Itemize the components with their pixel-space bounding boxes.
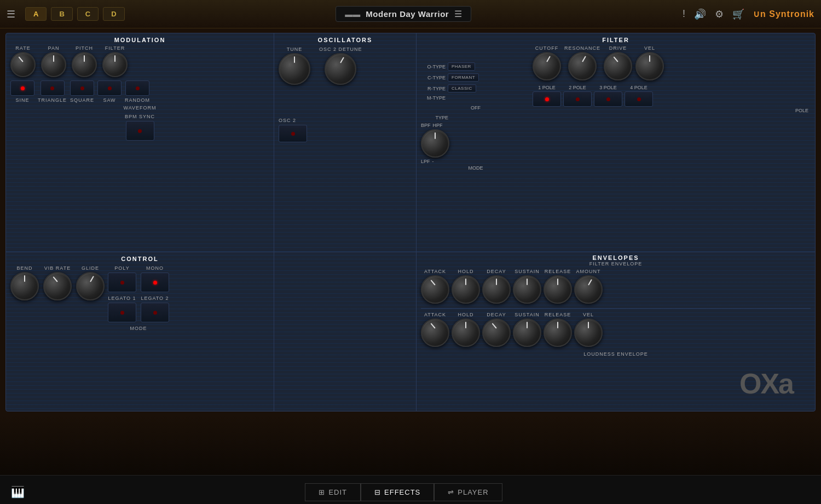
synth-panel: MODULATION RATE PAN bbox=[5, 33, 816, 412]
2pole-btn[interactable] bbox=[563, 91, 592, 107]
mod-filter-label: FILTER bbox=[105, 45, 125, 51]
1pole-led bbox=[545, 97, 549, 101]
lrel-label: RELEASE bbox=[545, 312, 571, 317]
classic-btn[interactable]: CLASSIC bbox=[448, 84, 476, 92]
4pole-led bbox=[637, 97, 641, 101]
3pole-btn[interactable] bbox=[594, 91, 622, 107]
mode-left-labels: BPF HPF LPF - bbox=[421, 123, 449, 164]
lsus-group: SUSTAIN bbox=[513, 312, 541, 347]
lvel-knob[interactable] bbox=[574, 318, 603, 347]
formant-btn[interactable]: FORMANT bbox=[448, 73, 479, 82]
saw-btn[interactable] bbox=[97, 80, 122, 96]
rtype-label: R-TYPE bbox=[421, 86, 446, 91]
alert-icon[interactable]: ! bbox=[683, 8, 685, 20]
preset-menu-icon[interactable]: ☰ bbox=[454, 9, 462, 19]
player-btn[interactable]: ⇌ PLAYER bbox=[434, 483, 502, 501]
control-title: CONTROL bbox=[10, 256, 269, 262]
osc2-detune-indicator bbox=[340, 57, 344, 63]
poly-btn[interactable] bbox=[108, 273, 136, 292]
frel-knob[interactable] bbox=[544, 275, 572, 304]
mod-filter-knob[interactable] bbox=[102, 52, 128, 77]
4pole-btn[interactable] bbox=[625, 91, 653, 107]
2pole-label: 2 POLE bbox=[563, 85, 592, 90]
osc2-detune-knob[interactable] bbox=[325, 53, 356, 85]
lrel-group: RELEASE bbox=[544, 312, 572, 347]
off-label: OFF bbox=[421, 105, 530, 111]
fhold-knob[interactable] bbox=[452, 275, 480, 304]
bend-knob-group: BEND bbox=[10, 265, 39, 331]
vibrate-label: VIB RATE bbox=[44, 265, 71, 271]
osc2-btn[interactable] bbox=[279, 125, 307, 142]
famt-knob[interactable] bbox=[574, 275, 603, 304]
legato1-btn[interactable] bbox=[108, 303, 136, 322]
glide-knob[interactable] bbox=[76, 272, 105, 300]
lrel-knob[interactable] bbox=[544, 318, 572, 347]
mode-knob[interactable] bbox=[421, 129, 449, 158]
edit-btn[interactable]: ⊞ EDIT bbox=[305, 483, 361, 501]
lsus-indicator bbox=[527, 322, 528, 328]
drive-knob[interactable] bbox=[604, 52, 632, 80]
control-knobs: BEND VIB RATE bbox=[10, 265, 105, 331]
rate-knob[interactable] bbox=[10, 52, 36, 77]
pitch-knob[interactable] bbox=[72, 52, 97, 77]
osc2-spacer bbox=[279, 256, 412, 277]
legato1-led bbox=[120, 311, 124, 315]
osc2-detune-label: OSC 2 DETUNE bbox=[319, 47, 362, 52]
top-bar-center: ▬▬ Modern Day Warrior ☰ bbox=[125, 6, 683, 22]
preset-btn-b[interactable]: B bbox=[51, 7, 72, 21]
fdec-knob[interactable] bbox=[482, 275, 511, 304]
fatk-knob[interactable] bbox=[421, 275, 449, 304]
cutoff-knob[interactable] bbox=[533, 52, 561, 80]
triangle-btn[interactable] bbox=[41, 80, 65, 96]
bend-label: BEND bbox=[16, 265, 32, 271]
effects-btn[interactable]: ⊟ EFFECTS bbox=[361, 483, 434, 501]
speaker-icon[interactable]: 🔊 bbox=[694, 8, 706, 20]
bend-knob[interactable] bbox=[10, 272, 39, 300]
fsus-group: SUSTAIN bbox=[513, 269, 541, 304]
piano-icon[interactable]: 🎹 bbox=[11, 485, 25, 499]
vel-knob[interactable] bbox=[635, 52, 664, 80]
cutoff-knob-group: CUTOFF bbox=[533, 45, 561, 80]
glide-indicator bbox=[90, 276, 94, 282]
legato2-btn[interactable] bbox=[141, 303, 169, 322]
cart-icon[interactable]: 🛒 bbox=[732, 8, 744, 20]
random-btn[interactable] bbox=[125, 80, 149, 96]
lvel-indicator bbox=[588, 322, 589, 328]
latk-knob[interactable] bbox=[421, 318, 449, 347]
mono-btn[interactable] bbox=[141, 273, 169, 292]
gear-icon[interactable]: ⚙ bbox=[715, 8, 724, 20]
fsus-knob[interactable] bbox=[513, 275, 541, 304]
1pole-btn[interactable] bbox=[533, 91, 561, 107]
ctype-label: C-TYPE bbox=[421, 75, 446, 80]
saw-label: SAW bbox=[103, 97, 115, 103]
vibrate-knob[interactable] bbox=[43, 272, 72, 300]
pan-knob[interactable] bbox=[41, 52, 66, 77]
mod-title: MODULATION bbox=[10, 37, 269, 43]
frel-label: RELEASE bbox=[545, 269, 571, 274]
osc-title: OSCILLATORS bbox=[279, 37, 412, 43]
sine-btn[interactable] bbox=[10, 80, 34, 96]
mtype-label: M-TYPE bbox=[421, 95, 446, 101]
preset-btn-c[interactable]: C bbox=[77, 7, 99, 21]
lsus-knob[interactable] bbox=[513, 318, 541, 347]
bpm-sync-led bbox=[138, 129, 142, 133]
poly-group: POLY bbox=[108, 265, 136, 292]
square-btn[interactable] bbox=[70, 80, 94, 96]
preset-btn-d[interactable]: D bbox=[103, 7, 124, 21]
legato2-label: LEGATO 2 bbox=[141, 296, 169, 301]
hamburger-icon[interactable]: ☰ bbox=[7, 8, 15, 20]
env-divider bbox=[421, 308, 811, 309]
tune-knob-group: TUNE bbox=[279, 47, 310, 85]
saw-led bbox=[108, 86, 112, 90]
rate-label: RATE bbox=[15, 45, 30, 51]
fhold-group: HOLD bbox=[452, 269, 480, 304]
tune-knob[interactable] bbox=[279, 53, 310, 85]
resonance-knob[interactable] bbox=[568, 52, 597, 80]
bpm-sync-btn[interactable] bbox=[126, 121, 154, 141]
preset-btn-a[interactable]: A bbox=[25, 7, 47, 21]
ldec-knob[interactable] bbox=[482, 318, 511, 347]
phaser-btn[interactable]: PHASER bbox=[448, 62, 475, 71]
footer-left: 🎹 bbox=[11, 485, 25, 499]
lhold-knob[interactable] bbox=[452, 318, 480, 347]
type-pole-section: TYPE BPF HPF bbox=[421, 115, 530, 171]
